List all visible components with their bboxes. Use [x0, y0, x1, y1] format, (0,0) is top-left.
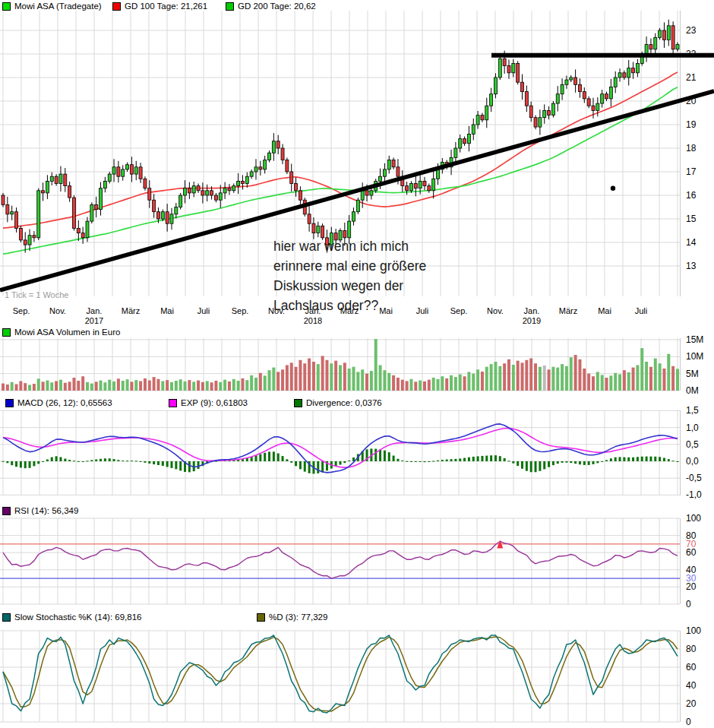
- divergence-bar: [37, 461, 39, 464]
- candle: [662, 30, 665, 40]
- y-axis-tick: 17: [686, 166, 697, 177]
- candle: [6, 204, 9, 214]
- divergence-bar: [259, 454, 261, 461]
- volume-bar: [72, 378, 75, 391]
- divergence-bar: [481, 456, 483, 461]
- divergence-bar: [507, 461, 510, 461]
- volume-bar: [170, 382, 173, 391]
- dot-marker[interactable]: [611, 186, 615, 191]
- x-axis-tick: Nov.: [487, 306, 504, 315]
- divergence-bar: [610, 458, 612, 461]
- candle: [517, 63, 520, 82]
- y-axis-tick: 21: [686, 72, 697, 83]
- divergence-bar: [649, 457, 652, 461]
- volume-bar: [428, 380, 431, 391]
- candle: [153, 200, 156, 212]
- volume-bar: [161, 381, 164, 391]
- divergence-bar: [131, 461, 133, 461]
- volume-bar: [348, 369, 351, 391]
- y-axis-tick: 15: [686, 214, 697, 224]
- volume-bar: [139, 381, 142, 391]
- volume-bar: [317, 364, 320, 391]
- volume-bar: [627, 372, 630, 391]
- candle: [459, 139, 462, 148]
- divergence-bar: [100, 459, 102, 461]
- candle: [525, 92, 528, 106]
- x-axis-tick: Sep.: [450, 306, 468, 315]
- volume-bar: [179, 379, 182, 391]
- divergence-bar: [548, 461, 550, 467]
- candle: [365, 191, 368, 195]
- volume-bar: [662, 369, 665, 391]
- candle: [614, 78, 617, 87]
- x-axis-tick: Juli: [416, 306, 429, 315]
- candle: [50, 176, 53, 181]
- candle: [667, 26, 670, 40]
- volume-bar: [112, 381, 115, 391]
- candle: [649, 45, 652, 49]
- candle: [117, 167, 120, 176]
- candle: [392, 160, 395, 167]
- x-axis-tick: Mai: [598, 306, 611, 315]
- volume-bar: [81, 376, 84, 391]
- legend-item-volume: Mowi ASA Volumen in Euro: [2, 328, 120, 337]
- candle: [223, 188, 226, 193]
- candle: [103, 181, 106, 188]
- divergence-bar: [135, 461, 137, 461]
- candle: [161, 212, 164, 219]
- volume-bar: [6, 385, 9, 391]
- y-axis-tick: 5M: [686, 369, 699, 379]
- candle: [130, 165, 133, 174]
- volume-bar: [548, 369, 551, 391]
- divergence-bar: [153, 461, 155, 464]
- candle: [308, 214, 311, 223]
- divergence-bar: [393, 456, 395, 461]
- divergence-bar: [530, 461, 532, 472]
- candle: [601, 94, 604, 103]
- divergence-bar: [268, 451, 270, 461]
- divergence-bar: [170, 461, 172, 468]
- volume-bar: [237, 381, 240, 391]
- candle: [379, 176, 382, 181]
- volume-bar: [312, 362, 315, 391]
- candle: [95, 204, 98, 209]
- candle: [356, 200, 359, 212]
- volume-bar: [264, 375, 267, 391]
- candle: [334, 233, 337, 240]
- y-axis-tick: 16: [686, 190, 697, 201]
- gd200-legend-label: GD 200 Tage: 20,62: [238, 2, 316, 11]
- candle: [179, 195, 182, 207]
- x-axis-tick: Mai: [160, 306, 174, 315]
- divergence-bar: [499, 456, 501, 461]
- stoch-k-line: [3, 635, 678, 713]
- candle: [46, 181, 49, 193]
- candle: [286, 160, 289, 173]
- volume-bar: [525, 360, 528, 391]
- divergence-bar: [446, 460, 448, 461]
- divergence-bar: [601, 461, 603, 462]
- candle: [654, 37, 657, 49]
- y-axis-tick: 14: [686, 237, 697, 248]
- volume-bar: [437, 379, 440, 391]
- candle: [112, 167, 115, 174]
- divergence-bar: [632, 457, 634, 461]
- volume-bar: [219, 382, 222, 391]
- divergence-bar: [90, 460, 93, 461]
- rsi-legend: RSI (14): 56,349: [0, 506, 714, 516]
- candle: [264, 160, 267, 169]
- candle: [548, 110, 551, 115]
- volume-bar: [387, 373, 390, 391]
- volume-bar: [517, 361, 520, 391]
- candle: [210, 191, 213, 195]
- candle: [534, 118, 537, 127]
- divergence-bar: [374, 449, 377, 461]
- volume-bar: [423, 381, 426, 391]
- divergence-legend-label: Divergence: 0,0376: [306, 398, 382, 407]
- y-axis-tick: 60: [686, 662, 697, 673]
- candle: [201, 191, 204, 195]
- candle: [507, 66, 510, 73]
- volume-bar: [352, 367, 355, 391]
- volume-bar: [64, 383, 67, 391]
- candle: [529, 106, 532, 118]
- volume-bar: [361, 369, 364, 391]
